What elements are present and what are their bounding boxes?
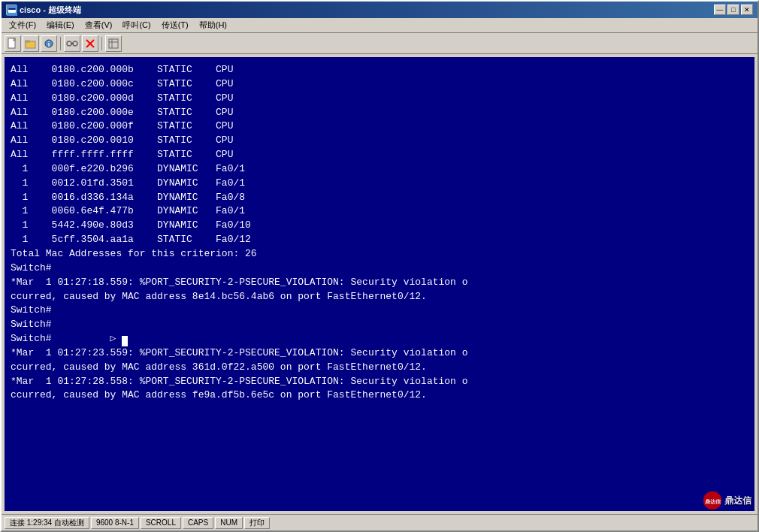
status-caps: CAPS [183, 517, 213, 529]
toolbar-open[interactable] [23, 35, 39, 52]
menu-bar: 文件(F) 编辑(E) 查看(V) 呼叫(C) 传送(T) 帮助(H) [2, 18, 757, 33]
title-bar: cisco - 超级终端 — □ ✕ [2, 2, 757, 18]
menu-edit[interactable]: 编辑(E) [42, 18, 79, 32]
title-bar-buttons: — □ ✕ [714, 5, 753, 15]
svg-point-10 [73, 41, 77, 46]
toolbar: i [2, 33, 757, 54]
menu-call[interactable]: 呼叫(C) [118, 18, 155, 32]
toolbar-separator-2 [101, 37, 102, 50]
menu-transfer[interactable]: 传送(T) [157, 18, 193, 32]
watermark-logo: 鼎达信 [703, 491, 721, 509]
title-bar-left: cisco - 超级终端 [6, 5, 81, 16]
toolbar-connect[interactable] [64, 35, 80, 52]
terminal-output[interactable]: All 0180.c200.000b STATIC CPU All 0180.c… [5, 57, 754, 511]
status-print: 打印 [244, 517, 270, 529]
svg-text:鼎达信: 鼎达信 [705, 498, 721, 505]
status-num: NUM [215, 517, 243, 529]
watermark-label: 鼎达信 [724, 494, 751, 507]
toolbar-new[interactable] [5, 35, 21, 52]
status-bar: 连接 1:29:34 自动检测 9600 8-N-1 SCROLL CAPS N… [2, 514, 757, 530]
watermark: 鼎达信 鼎达信 [703, 491, 751, 509]
toolbar-properties[interactable]: i [41, 35, 57, 52]
terminal-wrapper: All 0180.c200.000b STATIC CPU All 0180.c… [2, 54, 757, 514]
toolbar-disconnect[interactable] [82, 35, 98, 52]
window-icon [6, 5, 17, 15]
main-window: cisco - 超级终端 — □ ✕ 文件(F) 编辑(E) 查看(V) 呼叫(… [0, 0, 759, 532]
toolbar-settings[interactable] [105, 35, 122, 52]
terminal-text: All 0180.c200.000b STATIC CPU All 0180.c… [11, 63, 748, 403]
svg-rect-14 [109, 39, 118, 48]
toolbar-separator-1 [60, 37, 61, 50]
menu-file[interactable]: 文件(F) [5, 18, 41, 32]
maximize-button[interactable]: □ [727, 5, 739, 15]
menu-view[interactable]: 查看(V) [80, 18, 117, 32]
status-baud: 9600 8-N-1 [91, 517, 139, 529]
status-connection: 连接 1:29:34 自动检测 [5, 517, 89, 529]
svg-point-9 [67, 41, 71, 46]
svg-text:i: i [48, 41, 50, 48]
status-scroll: SCROLL [141, 517, 181, 529]
close-button[interactable]: ✕ [741, 5, 753, 15]
minimize-button[interactable]: — [714, 5, 726, 15]
menu-help[interactable]: 帮助(H) [195, 18, 231, 32]
svg-rect-6 [26, 41, 29, 42]
window-title: cisco - 超级终端 [20, 5, 81, 16]
svg-rect-2 [8, 8, 16, 10]
